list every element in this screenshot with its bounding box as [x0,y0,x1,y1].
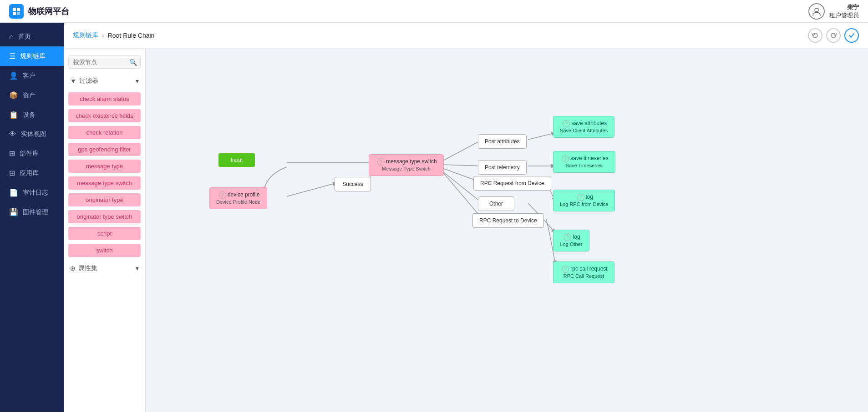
node-post-attributes[interactable]: Post attributes [478,134,527,149]
msg-switch-help[interactable]: ? [377,158,385,166]
rules-icon: ☰ [9,52,15,60]
post-telemetry-box: Post telemetry [478,160,527,175]
toolbar-buttons [808,28,859,43]
message-type-switch-box: ? message type switchMessage Type Switch [369,154,444,176]
sidebar-item-apps-label: 应用库 [20,169,39,177]
log-rpc-help[interactable]: ? [577,194,584,201]
attributes-section[interactable]: ⊛ 属性集 ▾ [68,261,141,276]
svg-rect-2 [13,12,16,15]
save-ts-help[interactable]: ? [562,155,569,162]
sidebar-item-home-label: 首页 [18,33,31,41]
rpc-call-help[interactable]: ? [562,266,569,273]
firmware-icon: 💾 [9,208,18,216]
rpc-request-to-device-box: RPC Request to Device [472,213,544,228]
app-logo [9,4,24,19]
search-icon[interactable]: 🔍 [129,59,137,66]
sidebar-item-widgets[interactable]: ⊞ 部件库 [0,144,64,163]
header-left: 物联网平台 [9,4,69,19]
breadcrumb: 规则链库 › Root Rule Chain [73,31,154,40]
device-profile-help[interactable]: ? [219,191,226,199]
sidebar-item-assets-label: 资产 [23,91,36,100]
save-attr-help[interactable]: ? [563,120,570,127]
node-chip-message-type[interactable]: message type [68,160,141,173]
home-icon: ⌂ [9,33,14,41]
section-text: 属性集 [78,264,97,272]
apps-icon: ⊞ [9,169,15,177]
sidebar-item-audit-label: 审计日志 [23,189,48,197]
node-chip-message-type-switch[interactable]: message type switch [68,176,141,190]
filter-row[interactable]: ▼ 过滤器 ▾ [68,74,141,88]
sidebar-item-assets[interactable]: 📦 资产 [0,85,64,105]
node-rpc-request-from-device[interactable]: RPC Request from Device [473,176,551,191]
sidebar-item-home[interactable]: ⌂ 首页 [0,27,64,46]
sidebar-item-entity-view-label: 实体视图 [21,130,46,138]
sidebar-item-devices-label: 设备 [23,111,36,119]
node-log-other[interactable]: ? logLog Other [553,230,589,251]
user-name: 柴宁 [829,3,859,11]
node-chip-check-relation[interactable]: check relation [68,126,141,139]
sidebar-item-customers[interactable]: 👤 客户 [0,66,64,85]
assets-icon: 📦 [9,91,18,100]
node-message-type-switch[interactable]: ? message type switchMessage Type Switch [369,154,444,176]
node-chip-switch[interactable]: switch [68,244,141,257]
avatar[interactable] [808,3,825,20]
confirm-button[interactable] [844,28,859,43]
sidebar-item-firmware[interactable]: 💾 固件管理 [0,202,64,222]
sidebar-item-widgets-label: 部件库 [20,150,39,158]
node-save-timeseries[interactable]: ? save timeseriesSave Timeseries [553,151,615,173]
canvas-area[interactable]: Input ? device profileDevice Profile Nod… [146,49,868,412]
redo-button[interactable] [826,28,841,43]
breadcrumb-parent[interactable]: 规则链库 [73,31,98,40]
sidebar-item-apps[interactable]: ⊞ 应用库 [0,163,64,183]
svg-rect-0 [13,8,16,11]
sidebar-item-devices[interactable]: 📋 设备 [0,105,64,125]
app-title: 物联网平台 [28,6,69,17]
node-chip-check-existence-fields[interactable]: check existence fields [68,109,141,122]
undo-button[interactable] [808,28,822,43]
sidebar-item-entity-view[interactable]: 👁 实体视图 [0,125,64,144]
customers-icon: 👤 [9,71,18,80]
node-rpc-request-to-device[interactable]: RPC Request to Device [472,213,544,228]
sidebar-item-rules-label: 规则链库 [20,52,46,60]
node-chip-originator-type-switch[interactable]: originator type switch [68,210,141,223]
sidebar-nav: ⌂ 首页 ☰ 规则链库 👤 客户 📦 资产 📋 设备 👁 实体视图 ⊞ 部件库 … [0,23,64,412]
node-device-profile[interactable]: ? device profileDevice Profile Node [209,187,267,209]
node-rpc-call-request[interactable]: ? rpc call requestRPC Call Request [553,261,614,283]
log-rpc-device-box: ? logLog RPC from Device [553,190,615,211]
node-post-telemetry[interactable]: Post telemetry [478,160,527,175]
svg-point-4 [815,8,818,12]
sidebar-item-audit[interactable]: 📄 审计日志 [0,183,64,202]
content-area: 🔍 ▼ 过滤器 ▾ check alarm status check exist… [64,49,868,412]
canvas-svg [146,49,868,412]
node-chip-gps-geofencing-filter[interactable]: gps geofencing filter [68,143,141,156]
node-chip-originator-type[interactable]: originator type [68,193,141,206]
search-box: 🔍 [68,55,141,69]
audit-icon: 📄 [9,188,18,197]
svg-rect-1 [17,8,20,11]
node-save-attributes[interactable]: ? save attributesSave Client Attributes [553,116,614,138]
filter-chevron: ▾ [136,77,139,85]
node-success[interactable]: Success [335,177,371,191]
post-attributes-box: Post attributes [478,134,527,149]
node-chip-script[interactable]: script [68,227,141,240]
section-label: ⊛ 属性集 [70,264,97,272]
sidebar-item-rules[interactable]: ☰ 规则链库 [0,46,64,66]
main-layout: ⌂ 首页 ☰ 规则链库 👤 客户 📦 资产 📋 设备 👁 实体视图 ⊞ 部件库 … [0,23,868,412]
user-info: 柴宁 租户管理员 [829,3,859,20]
header: 物联网平台 柴宁 租户管理员 [0,0,868,23]
devices-icon: 📋 [9,111,18,119]
section-chevron: ▾ [136,265,139,272]
node-other[interactable]: Other [478,196,514,211]
layers-icon: ⊛ [70,265,76,272]
sidebar-item-customers-label: 客户 [23,72,36,80]
right-panel: 规则链库 › Root Rule Chain [64,23,868,412]
node-input[interactable]: Input [218,153,255,167]
save-attributes-box: ? save attributesSave Client Attributes [553,116,614,138]
sidebar-item-firmware-label: 固件管理 [23,208,48,216]
other-box: Other [478,196,514,211]
node-log-rpc-device[interactable]: ? logLog RPC from Device [553,190,615,211]
rpc-request-from-device-box: RPC Request from Device [473,176,551,191]
log-other-help[interactable]: ? [564,234,571,241]
node-chip-check-alarm-status[interactable]: check alarm status [68,92,141,106]
breadcrumb-separator: › [102,32,104,39]
